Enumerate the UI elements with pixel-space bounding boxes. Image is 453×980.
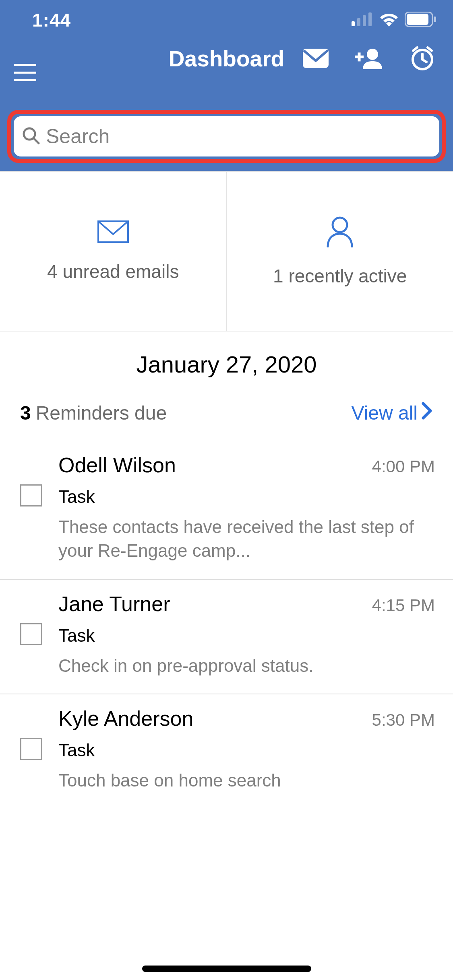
card-recently-active[interactable]: 1 recently active [227,172,453,331]
page-title: Dashboard [169,46,284,72]
reminder-name: Odell Wilson [58,453,176,477]
svg-rect-6 [434,16,436,22]
reminder-type: Task [58,740,435,760]
reminder-note: These contacts have received the last st… [58,515,435,563]
svg-rect-5 [407,14,428,25]
date-heading: January 27, 2020 [0,351,453,378]
view-all-link[interactable]: View all [351,402,433,424]
reminder-item[interactable]: Odell Wilson 4:00 PM Task These contacts… [0,441,453,580]
svg-rect-7 [14,64,36,66]
nav-bar: Dashboard [0,40,453,107]
reminder-name: Kyle Anderson [58,706,193,731]
reminder-checkbox[interactable] [20,484,42,506]
svg-rect-2 [363,15,366,26]
svg-rect-13 [358,53,361,62]
svg-line-16 [34,138,39,143]
alarm-icon[interactable] [410,46,435,71]
reminder-note: Touch base on home search [58,768,435,792]
svg-rect-0 [352,21,355,26]
status-time: 1:44 [32,9,71,31]
battery-icon [405,12,437,29]
search-field[interactable] [14,116,439,156]
reminder-note: Check in on pre-approval status. [58,654,435,677]
search-icon [22,126,40,146]
status-indicators [352,12,437,29]
reminder-checkbox[interactable] [20,738,42,760]
envelope-icon [97,220,129,245]
wifi-icon [379,12,399,28]
svg-rect-9 [14,79,36,81]
reminder-item[interactable]: Jane Turner 4:15 PM Task Check in on pre… [0,580,453,694]
reminder-type: Task [58,487,435,507]
person-icon [325,216,354,249]
svg-rect-8 [14,72,36,74]
reminder-time: 4:15 PM [372,596,435,615]
search-input[interactable] [46,125,431,148]
svg-point-11 [367,49,378,60]
mail-icon[interactable] [303,49,329,68]
reminder-time: 4:00 PM [372,457,435,476]
menu-icon[interactable] [14,64,36,83]
reminders-count: 3 [20,402,31,424]
svg-point-18 [333,218,347,232]
home-indicator[interactable] [142,966,311,972]
status-bar: 1:44 [0,0,453,40]
card-recently-active-label: 1 recently active [273,265,407,287]
reminder-time: 5:30 PM [372,710,435,730]
view-all-label: View all [351,402,418,424]
add-person-icon[interactable] [355,47,384,69]
reminder-name: Jane Turner [58,592,170,616]
search-highlight [7,110,446,163]
reminders-header: 3Reminders due View all [0,402,453,424]
cellular-signal-icon [352,12,373,28]
card-unread-emails-label: 4 unread emails [47,261,179,282]
search-container [0,107,453,171]
stats-cards: 4 unread emails 1 recently active [0,171,453,331]
reminder-checkbox[interactable] [20,623,42,645]
chevron-right-icon [422,402,433,424]
svg-rect-3 [368,12,372,26]
reminder-type: Task [58,626,435,646]
reminder-item[interactable]: Kyle Anderson 5:30 PM Task Touch base on… [0,694,453,808]
card-unread-emails[interactable]: 4 unread emails [0,172,227,331]
reminders-label: Reminders due [36,402,167,424]
svg-rect-1 [357,18,360,26]
reminders-list: Odell Wilson 4:00 PM Task These contacts… [0,441,453,809]
